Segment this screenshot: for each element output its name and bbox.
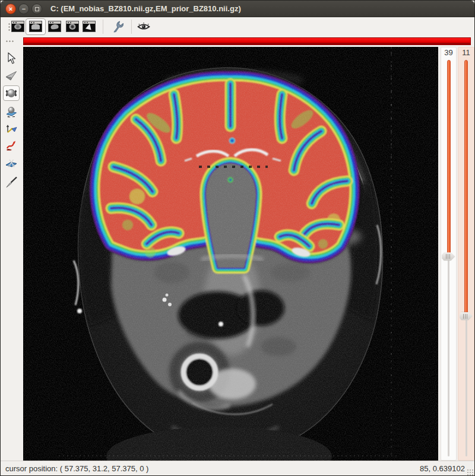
slider-handle-grip-lines	[463, 314, 468, 319]
slider-value-label: 39	[441, 48, 456, 57]
plane-rotate-icon	[5, 105, 18, 118]
tool-pointer[interactable]	[3, 50, 20, 66]
slider-handle[interactable]	[442, 252, 455, 261]
maximize-icon	[35, 7, 39, 11]
statusbar: cursor position: ( 57.375, 31.2, 57.375,…	[1, 461, 474, 476]
3d-view-thumbnail-icon	[83, 21, 96, 32]
pointer-icon	[5, 52, 18, 65]
view-button-coronal[interactable]	[29, 21, 43, 33]
left-tool-palette	[1, 47, 23, 461]
visibility-button[interactable]	[136, 19, 151, 34]
tool-cut-plane[interactable]	[3, 156, 20, 172]
sagittal-view-thumbnail-icon	[48, 21, 61, 32]
slider-fill	[464, 60, 468, 316]
slice-slider-bar[interactable]	[23, 37, 471, 45]
slider-track[interactable]	[441, 60, 456, 456]
cut-plane-icon	[5, 157, 18, 170]
slider-value-label: 11	[458, 48, 474, 57]
axial-view-thumbnail-icon	[11, 21, 24, 32]
toolbar-separator	[103, 20, 103, 34]
slider-fill	[447, 60, 451, 256]
tool-plane-rotate[interactable]	[3, 104, 20, 119]
slider-handle[interactable]	[460, 312, 473, 320]
tool-trackball-rotate[interactable]	[3, 85, 20, 101]
trackball-rotate-icon	[5, 87, 18, 100]
titlebar[interactable]: × − C: (EM_nobias_BZ810.nii.gz,EM_prior_…	[1, 1, 474, 17]
image-canvas[interactable]	[23, 47, 438, 461]
window-resize-grip[interactable]	[467, 469, 474, 476]
application-window: × − C: (EM_nobias_BZ810.nii.gz,EM_prior_…	[0, 0, 475, 476]
toolbar-separator-2	[131, 20, 132, 34]
tool-move-axes[interactable]	[3, 120, 20, 136]
slider-handle-grip-lines	[446, 254, 451, 259]
settings-button[interactable]	[110, 19, 125, 34]
slice-slider-column[interactable]: 39	[441, 47, 457, 461]
tool-spline[interactable]	[3, 137, 20, 153]
minimize-button[interactable]: −	[18, 4, 29, 14]
close-button[interactable]: ×	[5, 4, 16, 14]
view-button-ortho[interactable]	[66, 21, 80, 33]
fly-navigation-icon	[5, 68, 18, 81]
ortho-view-thumbnail-icon	[66, 21, 79, 32]
wrench-icon	[110, 19, 125, 34]
window-title: C: (EM_nobias_BZ810.nii.gz,EM_prior_BZ81…	[50, 1, 241, 17]
cursor-position-text: cursor position: ( 57.375, 31.2, 57.375,…	[5, 464, 148, 473]
opacity-slider-column[interactable]: 11	[458, 47, 474, 461]
tool-paint-brush[interactable]	[3, 174, 20, 190]
maximize-button[interactable]	[31, 4, 42, 14]
coronal-view-thumbnail-icon	[29, 21, 42, 32]
view-button-axial[interactable]	[11, 21, 26, 33]
view-button-3d[interactable]	[83, 21, 97, 33]
spline-icon	[5, 138, 18, 151]
slice-slider-grip[interactable]	[5, 40, 15, 43]
tool-fly-navigation[interactable]	[3, 67, 20, 82]
mri-coronal-slice-with-overlay	[23, 47, 438, 461]
view-button-sagittal[interactable]	[48, 21, 62, 33]
slider-track[interactable]	[458, 60, 474, 456]
move-axes-icon	[5, 122, 18, 135]
eye-icon	[136, 19, 151, 34]
toolbar-drag-grip[interactable]	[8, 23, 11, 32]
right-slider-panel: 39 11	[438, 47, 475, 461]
main-toolbar	[1, 17, 474, 36]
slice-slider-row	[1, 36, 474, 47]
paint-brush-icon	[5, 176, 18, 189]
voxel-value-text: 85, 0.639102	[420, 464, 465, 473]
